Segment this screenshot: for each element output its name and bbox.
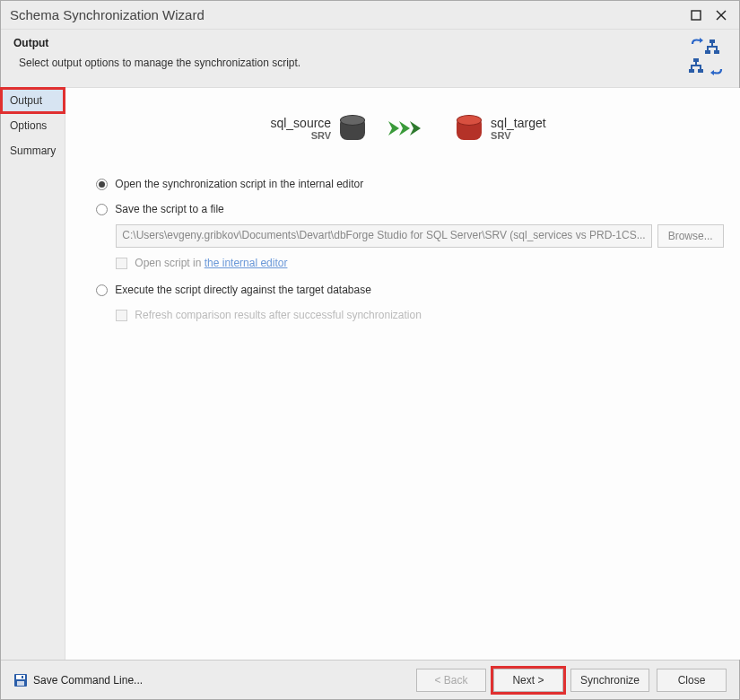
svg-rect-12 xyxy=(691,65,701,66)
save-command-line[interactable]: Save Command Line... xyxy=(13,673,409,687)
radio-icon xyxy=(96,179,108,190)
source-name: sql_source xyxy=(270,116,331,130)
database-source-icon xyxy=(340,115,365,142)
arrow-icon xyxy=(387,119,435,137)
target-block: sql_target SRV xyxy=(457,115,545,142)
next-button[interactable]: Next > xyxy=(493,669,563,692)
checkbox-icon xyxy=(116,310,127,321)
wizard-main: sql_source SRV xyxy=(65,88,740,660)
wizard-footer: Save Command Line... < Back Next > Synch… xyxy=(1,660,739,699)
wizard-sidebar: Output Options Summary xyxy=(1,88,65,660)
svg-rect-6 xyxy=(707,48,709,50)
file-path-row: C:\Users\evgeny.gribkov\Documents\Devart… xyxy=(116,224,723,248)
back-button[interactable]: < Back xyxy=(416,669,486,692)
header-subtitle: Select output options to manage the sync… xyxy=(13,57,687,69)
svg-rect-3 xyxy=(710,39,715,43)
header-title: Output xyxy=(13,37,687,49)
window-title: Schema Synchronization Wizard xyxy=(10,7,683,22)
svg-marker-19 xyxy=(388,121,399,136)
radio-save-file[interactable]: Save the script to a file xyxy=(96,203,723,215)
svg-rect-13 xyxy=(691,66,692,69)
svg-marker-18 xyxy=(710,70,714,75)
svg-rect-23 xyxy=(16,675,25,679)
svg-marker-20 xyxy=(399,121,410,136)
svg-rect-14 xyxy=(700,66,701,69)
wizard-window: Schema Synchronization Wizard Output Sel… xyxy=(0,0,740,700)
title-bar: Schema Synchronization Wizard xyxy=(1,1,739,30)
svg-marker-17 xyxy=(700,38,703,43)
svg-rect-7 xyxy=(716,48,718,50)
maximize-button[interactable] xyxy=(683,5,709,25)
file-path-input[interactable]: C:\Users\evgeny.gribkov\Documents\Devart… xyxy=(116,224,651,248)
close-window-button[interactable] xyxy=(709,5,734,25)
radio-open-editor[interactable]: Open the synchronization script in the i… xyxy=(96,178,723,190)
sidebar-item-output[interactable]: Output xyxy=(1,88,65,113)
synchronize-button[interactable]: Synchronize xyxy=(570,669,649,692)
source-target-row: sql_source SRV xyxy=(92,115,723,142)
internal-editor-link[interactable]: the internal editor xyxy=(205,257,288,269)
svg-rect-10 xyxy=(693,58,699,62)
wizard-header: Output Select output options to manage t… xyxy=(1,30,739,88)
svg-rect-24 xyxy=(17,681,24,686)
wizard-body: Output Options Summary sql_source SRV xyxy=(1,88,739,660)
svg-marker-21 xyxy=(410,121,421,136)
radio-icon xyxy=(96,284,108,296)
browse-button[interactable]: Browse... xyxy=(657,224,724,248)
database-target-icon xyxy=(457,115,482,142)
close-button[interactable]: Close xyxy=(657,669,727,692)
output-options: Open the synchronization script in the i… xyxy=(92,178,723,321)
sidebar-item-options[interactable]: Options xyxy=(1,113,65,138)
checkbox-icon xyxy=(116,258,127,269)
target-name: sql_target xyxy=(491,116,545,130)
svg-rect-8 xyxy=(705,50,710,54)
svg-rect-25 xyxy=(22,676,23,678)
sidebar-item-summary[interactable]: Summary xyxy=(1,138,65,163)
radio-icon xyxy=(96,204,108,215)
svg-rect-11 xyxy=(695,62,697,65)
svg-rect-9 xyxy=(714,50,719,54)
save-icon xyxy=(13,673,28,687)
source-sub: SRV xyxy=(270,130,331,141)
radio-execute-target[interactable]: Execute the script directly against the … xyxy=(96,284,723,296)
svg-rect-16 xyxy=(698,69,703,73)
svg-rect-4 xyxy=(711,43,713,46)
svg-rect-5 xyxy=(707,46,718,48)
sync-schema-icon xyxy=(687,37,727,76)
target-sub: SRV xyxy=(491,130,545,141)
svg-rect-0 xyxy=(692,11,701,20)
check-open-script: Open script in the internal editor xyxy=(116,257,723,269)
svg-rect-15 xyxy=(689,69,694,73)
source-block: sql_source SRV xyxy=(270,115,365,142)
check-refresh-results: Refresh comparison results after success… xyxy=(116,309,723,321)
